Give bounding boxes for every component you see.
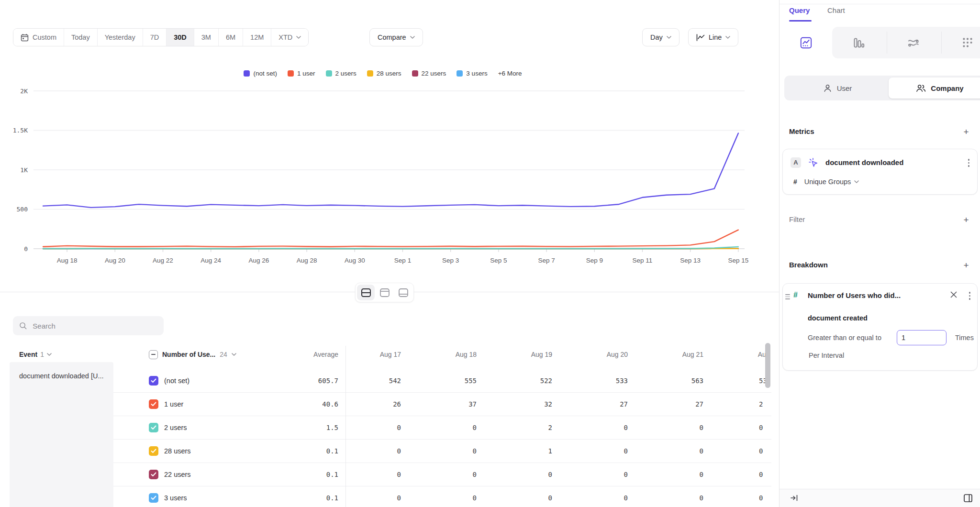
chart-type-button[interactable]: Line (688, 28, 738, 46)
svg-text:2K: 2K (20, 88, 28, 95)
line-chart[interactable]: 05001K1.5K2KAug 18Aug 20Aug 22Aug 24Aug … (0, 84, 766, 275)
event-column-header[interactable]: Event 1 (10, 351, 113, 358)
svg-text:Aug 20: Aug 20 (105, 257, 125, 264)
layout-chart-only-button[interactable] (376, 285, 393, 300)
chevron-down-icon (725, 36, 730, 39)
series-column-header[interactable]: Number of Use... 24 (113, 350, 252, 359)
breakdown-menu-button[interactable] (969, 292, 971, 300)
breakdown-condition-label[interactable]: Greater than or equal to (808, 334, 881, 342)
range-today[interactable]: Today (64, 29, 97, 46)
metric-menu-button[interactable] (968, 159, 970, 167)
series-checkbox[interactable] (149, 493, 158, 503)
interval-button[interactable]: Day (642, 28, 679, 46)
legend-item[interactable]: 1 user (288, 70, 315, 77)
add-filter-button[interactable]: + (962, 215, 970, 224)
breakdown-unit-label: Times (955, 334, 974, 342)
add-breakdown-button[interactable]: + (962, 261, 970, 270)
svg-text:0: 0 (24, 245, 28, 253)
calendar-icon (21, 33, 29, 42)
legend-item[interactable]: (not set) (244, 70, 277, 77)
add-metric-button[interactable]: + (962, 127, 970, 136)
layout-split-button[interactable] (357, 285, 375, 300)
table-row[interactable]: 1 user 40.626373227272 (113, 393, 771, 416)
table-row[interactable]: 2 users 1.5002000 (113, 416, 771, 440)
table-scrollbar-thumb[interactable] (765, 343, 770, 388)
svg-text:500: 500 (17, 206, 28, 213)
table-cell: 0 (632, 471, 707, 478)
legend-swatch (288, 70, 294, 77)
table-cell: 542 (340, 377, 405, 385)
scope-user[interactable]: User (786, 77, 889, 99)
table-row[interactable]: 28 users 0.1001000 (113, 440, 771, 463)
breakdown-per-interval-label[interactable]: Per Interval (809, 352, 844, 359)
remove-breakdown-button[interactable] (950, 291, 957, 300)
range-6m[interactable]: 6M (218, 29, 243, 46)
panel-layout-button[interactable] (963, 494, 973, 505)
series-label: 2 users (164, 424, 187, 431)
tab-segmentation[interactable] (780, 27, 832, 58)
compare-button[interactable]: Compare (369, 28, 423, 46)
legend-swatch (367, 70, 373, 77)
aggregation-label: Unique Groups (804, 178, 851, 186)
check-icon (151, 425, 156, 430)
tab-query[interactable]: Query (789, 6, 810, 14)
table-cell: 2 (707, 400, 771, 408)
range-7d[interactable]: 7D (143, 29, 167, 46)
breakdown-title[interactable]: Number of Users who did... (808, 291, 901, 299)
collapse-sidebar-button[interactable] (790, 494, 799, 504)
metric-name[interactable]: document downloaded (825, 158, 903, 166)
search-input[interactable] (32, 321, 157, 331)
event-click-icon (808, 157, 819, 168)
range-30d[interactable]: 30D (166, 29, 194, 46)
legend-item[interactable]: 2 users (326, 70, 356, 77)
table-row[interactable]: (not set) 605.754255552253356353 (113, 369, 771, 393)
range-xtd[interactable]: XTD (271, 29, 308, 46)
range-12m[interactable]: 12M (243, 29, 271, 46)
series-checkbox[interactable] (149, 376, 158, 386)
tab-chart[interactable]: Chart (827, 6, 845, 14)
svg-text:Sep 5: Sep 5 (490, 257, 507, 264)
table-row[interactable]: 22 users 0.1000000 (113, 463, 771, 486)
breakdown-event-name[interactable]: document created (808, 314, 868, 322)
svg-text:Aug 22: Aug 22 (153, 257, 173, 264)
table-cell: 37 (405, 400, 480, 408)
tab-matrix[interactable] (941, 27, 980, 58)
legend-item[interactable]: 22 users (412, 70, 446, 77)
event-list-item[interactable]: document downloaded [U... (10, 362, 113, 380)
breakdown-value-input[interactable] (897, 330, 947, 345)
table-cell: 0 (340, 447, 405, 455)
series-header-count: 24 (220, 351, 227, 358)
series-checkbox[interactable] (149, 446, 158, 456)
svg-text:Sep 15: Sep 15 (728, 257, 749, 264)
tab-funnel[interactable] (832, 27, 885, 58)
range-custom[interactable]: Custom (13, 29, 64, 46)
range-yesterday[interactable]: Yesterday (97, 29, 143, 46)
table-cell: 0 (480, 471, 556, 478)
tab-flow[interactable] (887, 27, 939, 58)
scope-company[interactable]: Company (889, 77, 980, 99)
series-checkbox[interactable] (149, 470, 158, 479)
series-label: 1 user (164, 400, 183, 408)
legend-item[interactable]: 3 users (457, 70, 487, 77)
series-checkbox[interactable] (149, 423, 158, 432)
table-cell: 26 (340, 400, 405, 408)
range-3m[interactable]: 3M (194, 29, 218, 46)
select-all-checkbox[interactable] (149, 350, 158, 359)
drag-handle-icon[interactable] (785, 294, 790, 299)
table-cell: 32 (480, 400, 556, 408)
layout-table-only-button[interactable] (394, 285, 412, 300)
table-row[interactable]: 3 users 0.1000000 (113, 486, 771, 507)
legend-more[interactable]: +6 More (498, 70, 522, 77)
aggregation-selector[interactable]: Unique Groups (804, 178, 859, 186)
series-checkbox[interactable] (149, 399, 158, 409)
series-cell: 1 user (113, 399, 252, 409)
bar-chart-icon (852, 36, 865, 49)
layout-toggle-group (355, 283, 414, 302)
table-cell: 0 (340, 471, 405, 478)
query-sidebar: Query Chart (779, 0, 980, 507)
average-cell: 0.1 (252, 494, 340, 502)
legend-item[interactable]: 28 users (367, 70, 401, 77)
metric-card[interactable]: A document downloaded # Unique Groups (782, 149, 978, 195)
date-column-header: Aug 20 (556, 351, 632, 358)
event-header-label: Event (19, 351, 37, 358)
